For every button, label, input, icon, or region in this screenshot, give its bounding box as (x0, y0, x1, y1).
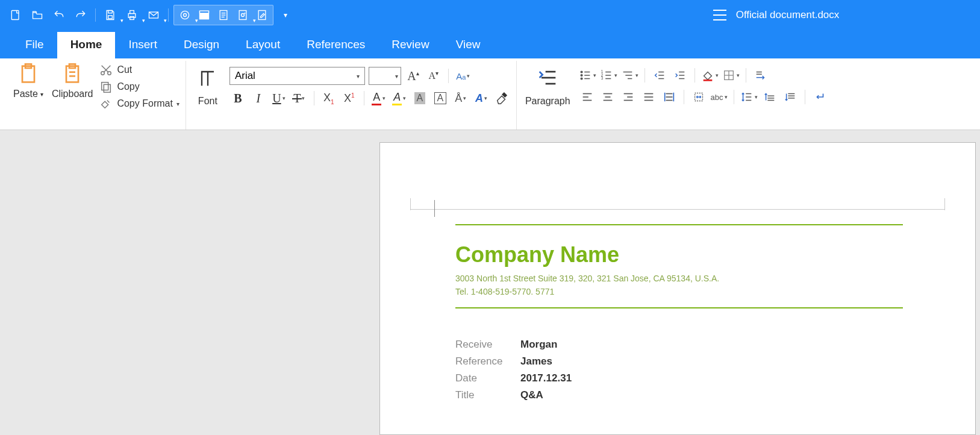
text-style-icon[interactable]: A (473, 90, 490, 107)
grow-font-icon[interactable]: A▴ (405, 67, 422, 84)
document-page[interactable]: Company Name 3003 North 1st Street Suite… (379, 142, 976, 435)
company-tel[interactable]: Tel. 1-408-519-5770. 5771 (455, 287, 903, 296)
window-icon[interactable] (195, 5, 214, 25)
qat-separator (168, 8, 169, 22)
shading-icon[interactable]: A (411, 90, 428, 107)
paste-label: Paste (13, 89, 38, 99)
justify-icon[interactable] (640, 89, 657, 105)
eraser-icon[interactable] (493, 90, 510, 107)
print-icon[interactable] (122, 5, 142, 25)
svg-rect-26 (104, 84, 111, 92)
svg-text:3: 3 (601, 76, 603, 80)
redo-icon[interactable] (71, 5, 90, 25)
tab-home[interactable]: Home (57, 32, 116, 58)
target-icon[interactable] (175, 5, 195, 25)
company-address[interactable]: 3003 North 1st Street Suite 319, 320, 32… (455, 274, 903, 283)
company-title[interactable]: Company Name (455, 242, 903, 268)
tab-layout[interactable]: Layout (233, 32, 293, 58)
copy-button[interactable]: Copy (99, 79, 179, 95)
change-case-icon[interactable]: Aa (455, 67, 472, 84)
meta-value[interactable]: Q&A (520, 389, 543, 401)
bullets-icon[interactable] (579, 67, 596, 84)
mail-icon[interactable] (144, 5, 163, 25)
fit-width-icon[interactable] (690, 89, 707, 105)
paste-button[interactable]: Paste▾ (11, 61, 46, 116)
space-before-icon[interactable] (761, 89, 778, 105)
page-icon[interactable] (214, 5, 233, 25)
meta-row: TitleQ&A (455, 387, 903, 404)
paragraph-return-icon[interactable] (811, 89, 828, 105)
clipboard-label: Clipboard (52, 89, 93, 99)
tab-file[interactable]: File (12, 32, 57, 58)
meta-value[interactable]: James (520, 355, 552, 368)
ltr-icon[interactable] (752, 67, 769, 84)
save-icon[interactable] (101, 5, 120, 25)
svg-point-8 (184, 14, 187, 17)
font-name-value: Arial (235, 70, 255, 82)
distribute-icon[interactable] (661, 89, 678, 105)
align-center-icon[interactable] (599, 89, 616, 105)
borders-icon[interactable] (722, 67, 740, 84)
decrease-indent-icon[interactable] (651, 67, 668, 84)
space-after-icon[interactable] (782, 89, 799, 105)
ribbon-group-font: Font Arial ▾ ▾ A▴ A▾ Aa B I U (186, 61, 517, 130)
char-spacing-icon[interactable]: abc (711, 89, 728, 105)
strikethrough-icon[interactable]: T (291, 90, 308, 107)
qat-customize-icon[interactable]: ▾ (276, 5, 295, 25)
char-border-icon[interactable]: A (432, 90, 449, 107)
font-color-icon[interactable]: A (370, 90, 387, 107)
edit-page-icon[interactable] (252, 5, 272, 25)
title-bar: ▾ Official document.docx (0, 0, 980, 30)
line-spacing-icon[interactable] (740, 89, 758, 105)
bold-icon[interactable]: B (229, 90, 246, 107)
shrink-font-icon[interactable]: A▾ (425, 67, 442, 84)
hamburger-icon[interactable] (713, 10, 726, 20)
new-doc-icon[interactable] (6, 5, 25, 25)
meta-row: ReferenceJames (455, 353, 903, 370)
tab-view[interactable]: View (443, 32, 494, 58)
qat-highlight-group (173, 5, 273, 25)
meta-key: Receive (455, 339, 510, 351)
document-body[interactable]: Company Name 3003 North 1st Street Suite… (455, 224, 903, 404)
superscript-icon[interactable]: X1 (341, 90, 358, 107)
svg-rect-25 (102, 83, 108, 90)
refresh-page-icon[interactable] (233, 5, 252, 25)
italic-icon[interactable]: I (250, 90, 267, 107)
text-effects-icon[interactable]: Å (452, 90, 469, 107)
svg-rect-4 (130, 11, 134, 14)
underline-icon[interactable]: U (270, 90, 287, 107)
tab-review[interactable]: Review (378, 32, 442, 58)
meta-value[interactable]: Morgan (520, 339, 557, 351)
undo-icon[interactable] (49, 5, 69, 25)
page-margin-guide (410, 209, 945, 210)
document-canvas[interactable]: Company Name 3003 North 1st Street Suite… (0, 130, 980, 435)
svg-rect-5 (130, 17, 134, 20)
tab-references[interactable]: References (293, 32, 378, 58)
qat-separator (95, 8, 96, 22)
highlight-color-icon[interactable]: A (391, 90, 408, 107)
subscript-icon[interactable]: X1 (320, 90, 337, 107)
fill-color-icon[interactable] (701, 67, 719, 84)
meta-block[interactable]: ReceiveMorgan ReferenceJames Date2017.12… (455, 336, 903, 404)
increase-indent-icon[interactable] (672, 67, 688, 84)
tab-design[interactable]: Design (170, 32, 233, 58)
cut-button[interactable]: Cut (99, 62, 179, 78)
numbering-icon[interactable]: 123 (600, 67, 617, 84)
font-size-combo[interactable]: ▾ (369, 67, 401, 85)
meta-key: Title (455, 389, 510, 401)
font-name-combo[interactable]: Arial ▾ (229, 67, 365, 85)
copy-format-label: Copy Format (117, 98, 172, 109)
svg-rect-15 (239, 11, 246, 20)
multilevel-list-icon[interactable] (621, 67, 638, 84)
svg-rect-3 (128, 14, 136, 18)
svg-point-33 (581, 78, 582, 80)
meta-value[interactable]: 2017.12.31 (520, 372, 572, 384)
clipboard-button[interactable]: Clipboard (49, 61, 95, 116)
meta-key: Reference (455, 355, 510, 368)
copy-format-button[interactable]: Copy Format ▾ (99, 96, 179, 111)
align-left-icon[interactable] (579, 89, 596, 105)
align-right-icon[interactable] (620, 89, 637, 105)
meta-key: Date (455, 372, 510, 384)
open-icon[interactable] (28, 5, 47, 25)
tab-insert[interactable]: Insert (115, 32, 170, 58)
